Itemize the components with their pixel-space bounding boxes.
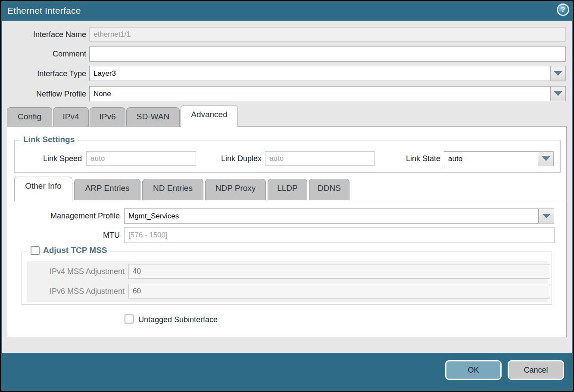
interface-name-field [89,27,566,42]
help-icon[interactable]: ? [557,3,569,16]
ethernet-interface-dialog: Ethernet Interface ? Interface Name Comm… [0,0,574,392]
interface-type-dropdown-button[interactable] [550,66,566,81]
ipv6-mss-label: IPv6 MSS Adjustment [34,287,125,296]
management-profile-value: Mgmt_Services [128,212,179,221]
subtab-label: ARP Entries [85,184,129,193]
chevron-down-icon [542,156,550,161]
subtab-lldp[interactable]: LLDP [268,179,307,200]
interface-type-value: Layer3 [94,69,116,78]
chevron-down-icon [554,91,562,96]
tab-label: IPv6 [99,112,115,121]
subtab-other-info[interactable]: Other Info [14,177,72,201]
untagged-subinterface-checkbox[interactable] [125,314,134,324]
tab-ipv4[interactable]: IPv4 [53,107,89,127]
tab-ipv6[interactable]: IPv6 [90,107,125,127]
interface-type-label: Interface Type [9,69,86,78]
link-duplex-label: Link Duplex [203,154,262,163]
subtab-arp-entries[interactable]: ARP Entries [74,179,140,200]
subtab-label: ND Entries [153,184,193,193]
mtu-input[interactable] [124,227,555,243]
link-state-label: Link State [379,154,440,163]
tab-sdwan[interactable]: SD-WAN [126,107,180,127]
netflow-profile-select[interactable]: None [89,86,550,101]
subtab-label: Other Info [25,181,62,191]
subtab-label: NDP Proxy [215,184,256,193]
link-state-select[interactable]: auto [444,151,538,166]
adjust-tcp-mss-checkbox[interactable] [31,246,40,255]
tab-label: Advanced [191,110,228,119]
chevron-down-icon [554,71,562,76]
adjust-tcp-mss-legend: Adjust TCP MSS [28,246,110,255]
management-profile-select[interactable]: Mgmt_Services [124,208,539,224]
link-settings-legend: Link Settings [20,135,78,144]
footer-bar: OK Cancel [1,353,573,391]
tab-label: Config [18,112,41,121]
link-speed-label: Link Speed [17,154,82,163]
link-duplex-input[interactable] [265,151,375,166]
ipv4-mss-label: IPv4 MSS Adjustment [34,267,125,276]
netflow-profile-label: Netflow Profile [9,90,86,99]
management-profile-dropdown-button[interactable] [539,208,554,224]
dialog-title: Ethernet Interface [7,6,81,16]
cancel-button[interactable]: Cancel [508,360,564,380]
tab-advanced[interactable]: Advanced [181,105,238,127]
subtab-ndp-proxy[interactable]: NDP Proxy [205,179,266,200]
ipv4-mss-input [128,264,550,279]
subtab-label: DDNS [318,184,341,193]
interface-type-select[interactable]: Layer3 [89,66,550,81]
subtab-ddns[interactable]: DDNS [309,179,349,200]
untagged-subinterface-label: Untagged Subinterface [138,315,218,324]
link-state-value: auto [448,155,462,163]
netflow-profile-value: None [94,90,111,98]
ipv6-mss-input [128,284,550,299]
tab-label: SD-WAN [137,112,169,121]
link-speed-input[interactable] [86,151,196,166]
netflow-profile-dropdown-button[interactable] [550,86,566,101]
subtab-nd-entries[interactable]: ND Entries [142,179,203,200]
comment-field[interactable] [89,47,566,62]
link-state-dropdown-button[interactable] [538,151,554,166]
link-settings-legend-text: Link Settings [23,135,75,144]
title-bar: Ethernet Interface ? [1,1,573,21]
tab-label: IPv4 [62,112,79,121]
help-icon-glyph: ? [561,6,565,14]
ok-button[interactable]: OK [445,360,502,380]
mtu-label: MTU [26,231,120,240]
adjust-tcp-mss-legend-text: Adjust TCP MSS [43,246,107,255]
interface-name-label: Interface Name [9,30,86,39]
comment-label: Comment [9,50,86,59]
management-profile-label: Management Profile [26,212,120,221]
subtab-label: LLDP [277,184,298,193]
tab-config[interactable]: Config [7,107,52,127]
chevron-down-icon [542,214,551,218]
